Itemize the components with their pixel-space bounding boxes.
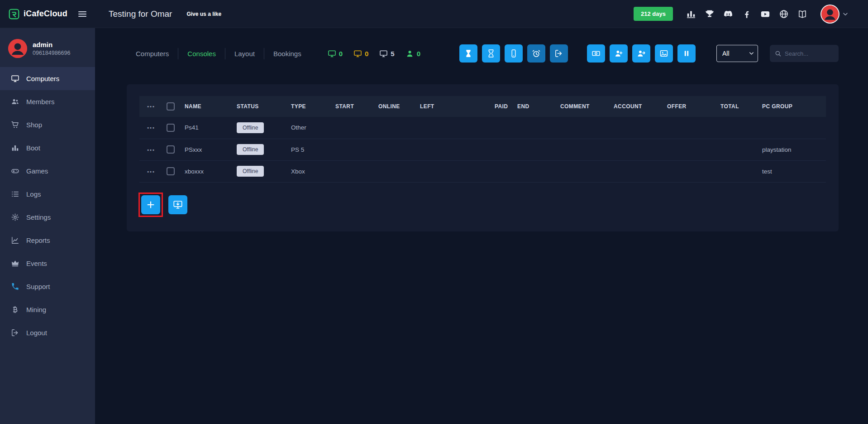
sidebar-item-events[interactable]: Events (0, 252, 95, 275)
youtube-icon[interactable] (760, 9, 770, 19)
counter-members: 0 (405, 49, 420, 58)
sidebar-item-label: Events (26, 260, 47, 267)
search-icon (774, 50, 782, 57)
cart-icon (11, 120, 19, 129)
counter-online: 0 (328, 49, 343, 58)
sidebar-item-boot[interactable]: Boot (0, 136, 95, 159)
hourglass-button[interactable] (459, 44, 477, 63)
discord-icon[interactable] (723, 9, 733, 19)
monitor-icon (379, 49, 388, 58)
monitor-icon (328, 49, 336, 58)
monitor-icon (353, 49, 362, 58)
photo-icon (659, 49, 668, 58)
view-tabs: Computers Consoles Layout Bookings (127, 48, 310, 59)
cell-pc-group: test (762, 160, 826, 182)
sidebar-item-mining[interactable]: Mining (0, 298, 95, 321)
hourglass-outline-button[interactable] (482, 44, 500, 63)
cell-pc-group (762, 117, 826, 139)
alarm-button[interactable] (527, 44, 545, 63)
app-logo[interactable]: iCafeCloud (8, 8, 67, 20)
brand-zone: iCafeCloud (0, 8, 95, 20)
col-start: START (335, 96, 378, 117)
select-all-checkbox[interactable] (167, 102, 175, 111)
sidebar-item-shop[interactable]: Shop (0, 113, 95, 136)
smartphone-button[interactable] (505, 44, 523, 63)
row-checkbox[interactable] (167, 167, 175, 175)
add-member-button[interactable] (610, 44, 628, 63)
tab-consoles[interactable]: Consoles (178, 48, 225, 59)
cell-name: xboxxx (185, 160, 237, 182)
hamburger-menu-icon[interactable] (77, 9, 88, 19)
sign-out-icon (554, 49, 563, 58)
cell-type: Xbox (291, 160, 335, 182)
chevron-down-icon (842, 10, 849, 18)
sidebar-user-name: admin (33, 41, 70, 48)
user-menu[interactable] (821, 5, 849, 23)
row-checkbox[interactable] (167, 145, 175, 154)
checkout-button[interactable] (550, 44, 568, 63)
header-actions-menu[interactable]: ••• (147, 104, 155, 109)
tab-computers[interactable]: Computers (127, 48, 178, 59)
sidebar-item-support[interactable]: Support (0, 275, 95, 298)
facebook-icon[interactable] (742, 9, 752, 19)
col-end: END (517, 96, 560, 117)
phone-icon (11, 282, 19, 291)
status-badge: Offline (237, 122, 264, 133)
cell-name: PSxxx (185, 139, 237, 160)
sidebar-item-logs[interactable]: Logs (0, 183, 95, 206)
sidebar-item-label: Mining (26, 306, 46, 313)
guide-icon[interactable] (797, 9, 807, 19)
row-checkbox[interactable] (167, 124, 175, 132)
hourglass-icon (464, 49, 473, 58)
cell-type: Other (291, 117, 335, 139)
screenshot-button[interactable] (655, 44, 673, 63)
group-filter-select[interactable]: All (716, 45, 758, 62)
sidebar-item-games[interactable]: Games (0, 159, 95, 183)
sidebar-item-members[interactable]: Members (0, 90, 95, 113)
add-console-button[interactable] (141, 195, 160, 214)
install-client-button[interactable] (168, 195, 187, 214)
col-status: STATUS (237, 96, 291, 117)
cash-icon (591, 49, 601, 58)
counter-value: 5 (391, 50, 394, 58)
row-actions-menu[interactable]: ••• (147, 125, 155, 130)
app-root: iCafeCloud Testing for Omar Give us a li… (0, 0, 868, 424)
consoles-table-card: ••• NAME STATUS TYPE START ONLINE LEFT P… (127, 84, 839, 231)
pause-icon (682, 49, 691, 58)
globe-icon[interactable] (779, 9, 789, 19)
sidebar-item-logout[interactable]: Logout (0, 321, 95, 344)
cell-type: PS 5 (291, 139, 335, 160)
sidebar-user: admin 096184986696 (0, 34, 95, 67)
trophy-icon[interactable] (705, 9, 715, 19)
sidebar-item-label: Logout (26, 329, 47, 337)
move-member-button[interactable] (632, 44, 650, 63)
sidebar-item-settings[interactable]: Settings (0, 206, 95, 229)
sidebar-item-reports[interactable]: Reports (0, 229, 95, 252)
topbar-right: 212 days (634, 5, 868, 23)
action-toolbar: All (459, 44, 839, 63)
tab-bookings[interactable]: Bookings (264, 48, 310, 59)
user-plus-icon (614, 49, 623, 58)
table-row: ••• Ps41 Offline Other (139, 117, 826, 139)
boot-bars-icon (11, 144, 19, 152)
license-days-badge[interactable]: 212 days (634, 7, 673, 21)
col-offer: OFFER (667, 96, 720, 117)
row-actions-menu[interactable]: ••• (147, 169, 155, 174)
sidebar: admin 096184986696 Computers Members Sho… (0, 28, 95, 424)
filter-select-wrap: All (716, 45, 758, 62)
col-account: ACCOUNT (614, 96, 667, 117)
card-actions (139, 195, 826, 214)
sidebar-user-id: 096184986696 (33, 50, 70, 56)
sidebar-item-computers[interactable]: Computers (0, 67, 95, 90)
table-header-row: ••• NAME STATUS TYPE START ONLINE LEFT P… (139, 96, 826, 117)
give-us-a-like-link[interactable]: Give us a like (186, 11, 221, 17)
stats-icon[interactable] (686, 9, 696, 19)
cash-button[interactable] (587, 44, 605, 63)
pc-install-icon (173, 200, 183, 210)
row-actions-menu[interactable]: ••• (147, 147, 155, 153)
pause-button[interactable] (677, 44, 696, 63)
tab-layout[interactable]: Layout (225, 48, 264, 59)
page-title: Testing for Omar (109, 9, 172, 19)
sidebar-item-label: Support (26, 283, 50, 290)
plus-icon (146, 200, 156, 210)
